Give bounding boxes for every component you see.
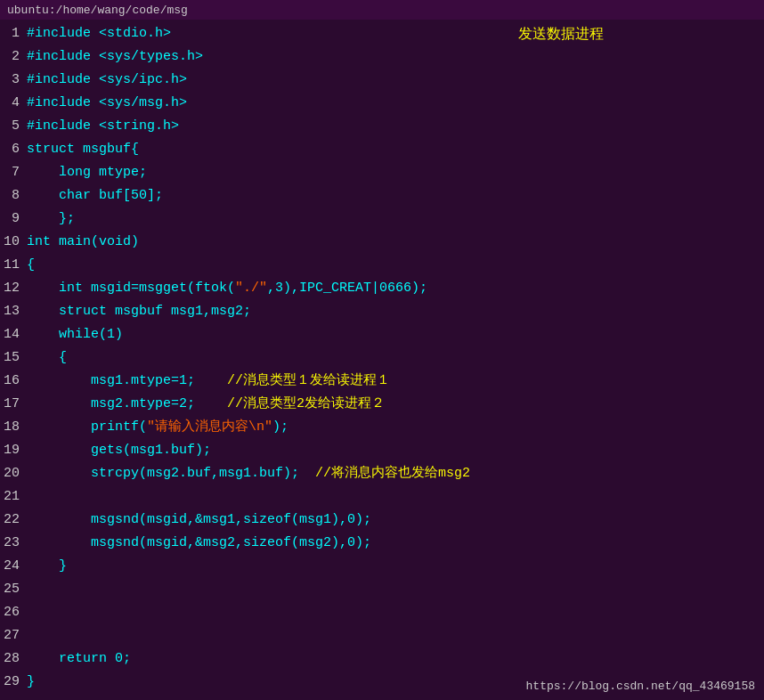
line-number: 28: [0, 648, 27, 671]
line-content: strcpy(msg2.buf,msg1.buf); //将消息内容也发给msg…: [27, 463, 764, 485]
line-number: 11: [0, 255, 27, 277]
code-line: 24 }: [0, 556, 764, 579]
line-number: 5: [0, 116, 27, 138]
code-line: 11{: [0, 255, 764, 278]
line-number: 7: [0, 162, 27, 184]
line-number: 4: [0, 93, 27, 115]
code-line: 16 msg1.mtype=1; //消息类型１发给读进程１: [0, 370, 764, 394]
line-number: 22: [0, 509, 27, 532]
code-line: 22 msgsnd(msgid,&msg1,sizeof(msg1),0);: [0, 509, 764, 533]
line-number: 14: [0, 324, 27, 346]
code-line: 12 int msgid=msgget(ftok("./",3),IPC_CRE…: [0, 278, 764, 301]
code-line: 7 long mtype;: [0, 162, 764, 185]
line-content: char buf[50];: [27, 185, 764, 208]
code-line: 21: [0, 486, 764, 509]
line-content: printf("请输入消息内容\n");: [27, 417, 764, 439]
title-text: ubuntu:/home/wang/code/msg: [7, 4, 188, 17]
code-line: 5#include <string.h>: [0, 116, 764, 139]
line-number: 12: [0, 278, 27, 300]
line-content: msgsnd(msgid,&msg1,sizeof(msg1),0);: [27, 509, 764, 532]
line-content: {: [27, 347, 764, 370]
line-number: 26: [0, 602, 27, 624]
line-number: 9: [0, 208, 27, 231]
line-number: 21: [0, 486, 27, 509]
code-line: 14 while(1): [0, 324, 764, 347]
line-content: long mtype;: [27, 162, 764, 184]
line-content: #include <sys/msg.h>: [27, 93, 764, 115]
line-content: }: [27, 556, 764, 578]
code-line: 1#include <stdio.h>: [0, 23, 764, 46]
line-number: 6: [0, 139, 27, 161]
code-line: 15 {: [0, 347, 764, 370]
code-line: 4#include <sys/msg.h>: [0, 93, 764, 116]
line-content: #include <sys/types.h>: [27, 46, 764, 69]
line-number: 25: [0, 579, 27, 601]
line-content: #include <sys/ipc.h>: [27, 69, 764, 92]
code-line: 13 struct msgbuf msg1,msg2;: [0, 301, 764, 324]
line-number: 24: [0, 556, 27, 578]
line-content: struct msgbuf{: [27, 139, 764, 161]
code-line: 20 strcpy(msg2.buf,msg1.buf); //将消息内容也发给…: [0, 463, 764, 486]
line-number: 17: [0, 394, 27, 416]
code-line: 27: [0, 625, 764, 648]
watermark: https://blog.csdn.net/qq_43469158: [526, 680, 755, 693]
code-line: 2#include <sys/types.h>: [0, 46, 764, 69]
line-number: 29: [0, 672, 27, 694]
code-line: 18 printf("请输入消息内容\n");: [0, 417, 764, 440]
line-content: {: [27, 255, 764, 277]
code-line: 26: [0, 602, 764, 625]
code-line: 10int main(void): [0, 232, 764, 255]
line-number: 19: [0, 440, 27, 462]
chinese-title: 发送数据进程: [518, 25, 604, 44]
line-content: msgsnd(msgid,&msg2,sizeof(msg2),0);: [27, 533, 764, 555]
line-number: 3: [0, 69, 27, 92]
line-content: msg1.mtype=1; //消息类型１发给读进程１: [27, 370, 764, 393]
line-number: 10: [0, 232, 27, 254]
line-number: 8: [0, 185, 27, 208]
code-line: 19 gets(msg1.buf);: [0, 440, 764, 463]
line-number: 15: [0, 347, 27, 370]
line-content: };: [27, 208, 764, 231]
line-number: 16: [0, 370, 27, 393]
line-content: #include <stdio.h>: [27, 23, 764, 45]
line-number: 2: [0, 46, 27, 69]
code-line: 25: [0, 579, 764, 602]
line-number: 23: [0, 533, 27, 555]
line-content: struct msgbuf msg1,msg2;: [27, 301, 764, 323]
line-content: return 0;: [27, 648, 764, 671]
line-content: msg2.mtype=2; //消息类型2发给读进程２: [27, 394, 764, 416]
line-number: 1: [0, 23, 27, 45]
code-line: 6struct msgbuf{: [0, 139, 764, 162]
line-number: 20: [0, 463, 27, 485]
code-line: 9 };: [0, 208, 764, 232]
line-content: int msgid=msgget(ftok("./",3),IPC_CREAT|…: [27, 278, 764, 300]
code-lines: 1#include <stdio.h>2#include <sys/types.…: [0, 23, 764, 695]
line-content: gets(msg1.buf);: [27, 440, 764, 462]
title-bar: ubuntu:/home/wang/code/msg: [0, 0, 764, 20]
code-line: 3#include <sys/ipc.h>: [0, 69, 764, 93]
line-number: 13: [0, 301, 27, 323]
code-line: 23 msgsnd(msgid,&msg2,sizeof(msg2),0);: [0, 533, 764, 556]
line-content: while(1): [27, 324, 764, 346]
code-container: 发送数据进程 1#include <stdio.h>2#include <sys…: [0, 20, 764, 698]
code-line: 8 char buf[50];: [0, 185, 764, 208]
code-line: 28 return 0;: [0, 648, 764, 672]
line-content: #include <string.h>: [27, 116, 764, 138]
line-number: 18: [0, 417, 27, 439]
code-line: 17 msg2.mtype=2; //消息类型2发给读进程２: [0, 394, 764, 417]
line-number: 27: [0, 625, 27, 647]
line-content: int main(void): [27, 232, 764, 254]
